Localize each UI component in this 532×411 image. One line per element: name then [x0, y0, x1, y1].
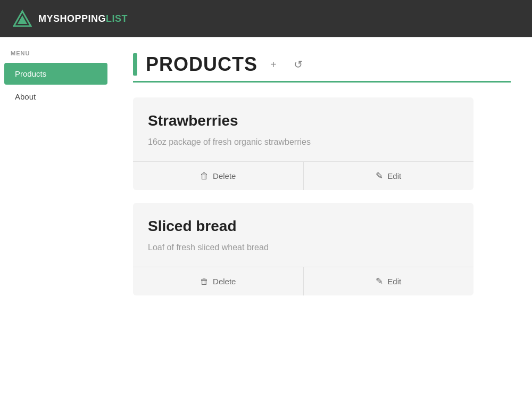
refresh-button[interactable]: ↻	[289, 56, 307, 73]
delete-product-button[interactable]: 🗑 Delete	[133, 162, 303, 190]
product-description: 16oz package of fresh organic strawberri…	[148, 136, 459, 149]
app-title: MYSHOPPINGLIST	[38, 13, 128, 24]
vue-logo-icon	[13, 9, 32, 28]
edit-icon: ✎	[376, 170, 383, 182]
sidebar-item-about[interactable]: About	[4, 86, 107, 108]
product-card-actions: 🗑 Delete ✎ Edit	[133, 267, 473, 295]
app-header: MYSHOPPINGLIST	[0, 0, 532, 37]
logo: MYSHOPPINGLIST	[13, 9, 128, 28]
sidebar-menu-label: MENU	[0, 50, 112, 56]
page-header-accent	[133, 53, 137, 76]
main-content: PRODUCTS + ↻ Strawberries 16oz package o…	[112, 37, 532, 411]
page-header: PRODUCTS + ↻	[133, 53, 511, 83]
product-name: Strawberries	[148, 112, 459, 129]
product-card-actions: 🗑 Delete ✎ Edit	[133, 161, 473, 190]
product-card-body: Strawberries 16oz package of fresh organ…	[133, 97, 473, 161]
trash-icon: 🗑	[200, 277, 209, 286]
edit-product-button[interactable]: ✎ Edit	[303, 267, 474, 295]
edit-product-button[interactable]: ✎ Edit	[303, 162, 474, 190]
delete-product-button[interactable]: 🗑 Delete	[133, 267, 303, 295]
sidebar-item-products[interactable]: Products	[4, 63, 107, 85]
add-product-button[interactable]: +	[266, 56, 281, 73]
product-card-body: Sliced bread Loaf of fresh sliced wheat …	[133, 203, 473, 267]
page-title: PRODUCTS	[146, 53, 257, 76]
product-card: Sliced bread Loaf of fresh sliced wheat …	[133, 203, 473, 295]
refresh-icon: ↻	[294, 58, 303, 71]
product-name: Sliced bread	[148, 218, 459, 235]
sidebar: MENU Products About	[0, 37, 112, 411]
product-description: Loaf of fresh sliced wheat bread	[148, 241, 459, 254]
product-card: Strawberries 16oz package of fresh organ…	[133, 97, 473, 190]
edit-icon: ✎	[376, 276, 383, 287]
trash-icon: 🗑	[200, 171, 209, 181]
